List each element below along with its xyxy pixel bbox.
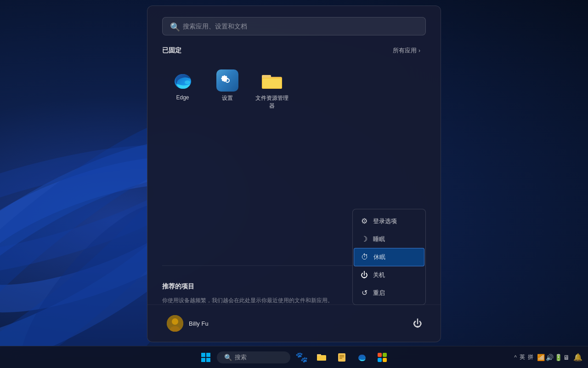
- app-item-file-explorer[interactable]: 文件资源管理器: [251, 64, 292, 115]
- expand-icon[interactable]: ^: [514, 354, 517, 361]
- svg-rect-21: [339, 355, 344, 356]
- power-menu-hibernate[interactable]: ⏱ 休眠: [354, 248, 424, 266]
- taskbar-sys-icons: 📶 🔊 🔋 🖥: [537, 354, 570, 361]
- svg-rect-23: [339, 358, 342, 359]
- username: Billy Fu: [189, 320, 209, 327]
- sleep-label: 睡眠: [373, 235, 385, 243]
- app-item-edge[interactable]: Edge: [162, 64, 203, 115]
- edge-label: Edge: [176, 94, 189, 101]
- taskbar-right: ^ 英 拼 📶 🔊 🔋 🖥 🔔: [514, 353, 582, 362]
- bottom-row: Billy Fu ⏻: [147, 305, 441, 342]
- all-apps-label: 所有应用: [393, 46, 417, 55]
- svg-rect-14: [201, 353, 205, 357]
- hibernate-label: 休眠: [373, 253, 385, 261]
- all-apps-button[interactable]: 所有应用 ›: [387, 45, 426, 57]
- signin-icon: ⚙: [360, 217, 368, 225]
- power-menu-restart[interactable]: ↺ 重启: [353, 284, 425, 302]
- settings-app-icon: [216, 69, 238, 92]
- svg-rect-27: [378, 358, 382, 362]
- lang-pinyin[interactable]: 拼: [528, 353, 533, 361]
- svg-rect-16: [201, 358, 205, 362]
- chevron-right-icon: ›: [418, 47, 420, 54]
- power-menu: ⚙ 登录选项 ☽ 睡眠 ⏱ 休眠 ⏻ 关机 ↺ 重启: [352, 209, 426, 305]
- taskbar-search-icon: 🔍: [224, 354, 232, 361]
- pinned-header: 已固定 所有应用 ›: [162, 45, 426, 57]
- shutdown-label: 关机: [373, 271, 385, 279]
- edge-app-icon: [172, 69, 194, 92]
- taskbar: 🔍 搜索 🐾: [0, 346, 588, 368]
- svg-rect-25: [378, 353, 382, 357]
- windows-button[interactable]: [197, 348, 215, 367]
- notification-icon[interactable]: 🔔: [573, 353, 582, 362]
- restart-label: 重启: [373, 289, 385, 297]
- power-button[interactable]: ⏻: [409, 315, 426, 332]
- sleep-icon: ☽: [360, 235, 368, 243]
- settings-label: 设置: [222, 94, 233, 102]
- pinned-grid: Edge 设置: [162, 64, 426, 115]
- network-icon[interactable]: 📶: [537, 354, 545, 361]
- svg-rect-15: [206, 353, 210, 357]
- taskbar-icon-pets[interactable]: 🐾: [292, 348, 311, 367]
- user-info[interactable]: Billy Fu: [162, 312, 213, 334]
- taskbar-icon-edge[interactable]: [353, 348, 371, 367]
- taskbar-search-label: 搜索: [235, 353, 247, 362]
- shutdown-icon: ⏻: [360, 271, 368, 279]
- battery-icon[interactable]: 🔋: [554, 354, 562, 361]
- power-menu-signin[interactable]: ⚙ 登录选项: [353, 212, 425, 230]
- avatar: [167, 315, 183, 332]
- power-icon: ⏻: [413, 318, 422, 329]
- svg-rect-10: [263, 79, 281, 88]
- search-bar[interactable]: 🔍: [162, 17, 426, 35]
- desktop: 🔍 已固定 所有应用 ›: [0, 0, 588, 368]
- svg-point-12: [172, 318, 178, 325]
- taskbar-search[interactable]: 🔍 搜索: [217, 351, 290, 363]
- svg-rect-20: [338, 353, 345, 362]
- screen-icon[interactable]: 🖥: [563, 354, 570, 361]
- pets-icon: 🐾: [295, 351, 308, 363]
- svg-rect-26: [383, 353, 387, 357]
- signin-label: 登录选项: [373, 217, 397, 225]
- svg-rect-22: [339, 356, 344, 357]
- search-input[interactable]: [183, 23, 418, 30]
- taskbar-center: 🔍 搜索 🐾: [197, 348, 391, 367]
- power-menu-sleep[interactable]: ☽ 睡眠: [353, 230, 425, 248]
- volume-icon[interactable]: 🔊: [546, 354, 554, 361]
- svg-rect-19: [317, 354, 321, 356]
- file-explorer-app-icon: [261, 69, 283, 92]
- taskbar-icon-explorer[interactable]: [312, 348, 331, 367]
- start-menu: 🔍 已固定 所有应用 ›: [147, 6, 441, 342]
- svg-point-6: [185, 80, 190, 84]
- svg-rect-17: [206, 358, 210, 362]
- taskbar-icon-files[interactable]: [333, 348, 351, 367]
- lang-en[interactable]: 英: [520, 353, 525, 361]
- power-menu-shutdown[interactable]: ⏻ 关机: [353, 266, 425, 284]
- pinned-title: 已固定: [162, 46, 181, 55]
- taskbar-sys-tray: ^ 英 拼: [514, 353, 533, 361]
- taskbar-icon-store[interactable]: [373, 348, 391, 367]
- svg-rect-28: [383, 358, 387, 362]
- app-item-settings[interactable]: 设置: [207, 64, 248, 115]
- restart-icon: ↺: [360, 288, 368, 297]
- hibernate-icon: ⏱: [361, 253, 369, 261]
- search-icon: 🔍: [170, 22, 178, 30]
- file-explorer-label: 文件资源管理器: [255, 94, 288, 110]
